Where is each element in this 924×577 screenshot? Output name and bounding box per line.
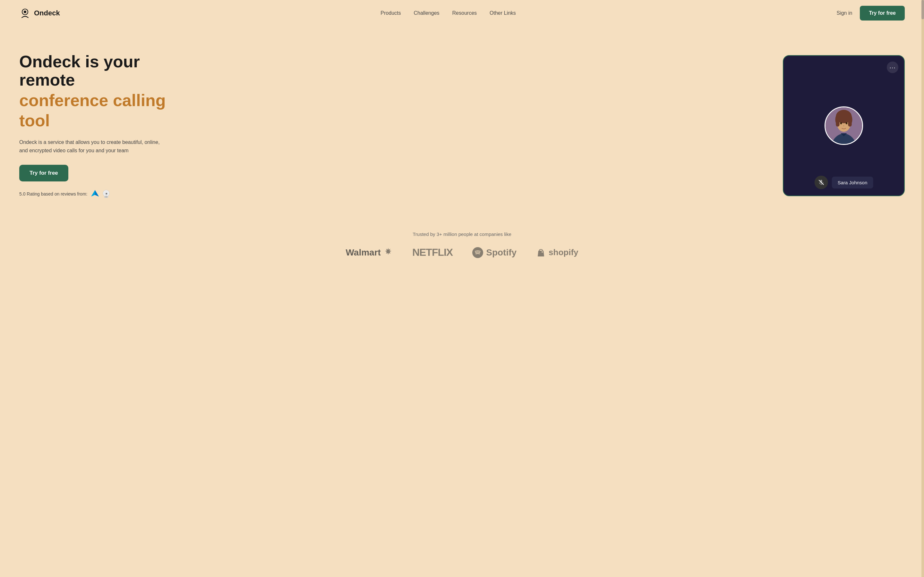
nav-link-products[interactable]: Products [381,10,401,16]
svg-point-1 [24,11,26,13]
svg-marker-3 [95,190,99,197]
trusted-logos: Walmart NETFLIX Spotify [19,247,905,258]
nav-try-button[interactable]: Try for free [860,6,905,21]
video-card-menu-button[interactable]: ··· [887,61,898,73]
rating-text: 5.0 Rating based on reviews from: [19,191,87,197]
signin-link[interactable]: Sign in [837,10,852,16]
walmart-star-icon [383,248,393,258]
trusted-text: Trusted by 3+ million people at companie… [19,231,905,237]
svg-rect-9 [107,196,108,198]
caller-name-tag: Sara Johnson [832,177,873,189]
hero-try-button[interactable]: Try for free [19,165,68,181]
hero-content: Ondeck is your remote conference calling… [19,53,186,199]
svg-rect-15 [848,116,851,127]
nav-link-resources[interactable]: Resources [452,10,477,16]
scrollbar[interactable] [921,0,924,277]
review-icon-2: ★ [102,189,111,199]
logo-walmart: Walmart [346,247,393,258]
avatar-image [825,107,862,144]
review-icon-1 [90,189,99,198]
walmart-name: Walmart [346,247,381,258]
svg-point-17 [846,122,848,124]
brand-icon [19,7,31,19]
brand-name: Ondeck [34,9,60,17]
logo-shopify: shopify [536,247,578,258]
hero-description: Ondeck is a service that allows you to c… [19,138,160,155]
nav-actions: Sign in Try for free [837,6,905,21]
logo-spotify: Spotify [472,247,517,258]
svg-point-21 [472,247,483,258]
video-card: ··· [783,55,905,196]
shopify-bag-icon [536,247,546,258]
hero-section: Ondeck is your remote conference calling… [0,26,924,219]
scrollbar-thumb[interactable] [921,0,924,19]
trusted-section: Trusted by 3+ million people at companie… [0,219,924,277]
svg-point-22 [541,251,543,253]
svg-point-16 [840,122,842,124]
nav-link-challenges[interactable]: Challenges [414,10,439,16]
mute-button[interactable] [814,176,828,189]
hero-title-line2: conference calling tool [19,90,186,131]
spotify-name: Spotify [486,247,517,258]
mute-icon [818,179,825,185]
navbar: Ondeck Products Challenges Resources Oth… [0,0,924,26]
three-dots-icon: ··· [889,64,896,71]
hero-title-line1: Ondeck is your remote [19,53,186,89]
nav-links: Products Challenges Resources Other Link… [381,10,516,16]
rating-icons: ★ [90,189,111,199]
hero-rating: 5.0 Rating based on reviews from: ★ [19,189,186,199]
spotify-logo-icon [472,247,483,258]
netflix-name: NETFLIX [412,247,453,258]
video-card-footer: Sara Johnson [814,176,873,189]
svg-rect-14 [836,116,839,127]
nav-link-other[interactable]: Other Links [489,10,516,16]
shopify-name: shopify [549,247,578,258]
svg-rect-8 [104,196,105,198]
logo-netflix: NETFLIX [412,247,453,258]
caller-avatar [825,106,863,145]
svg-text:★: ★ [105,192,108,195]
brand-logo[interactable]: Ondeck [19,7,60,19]
